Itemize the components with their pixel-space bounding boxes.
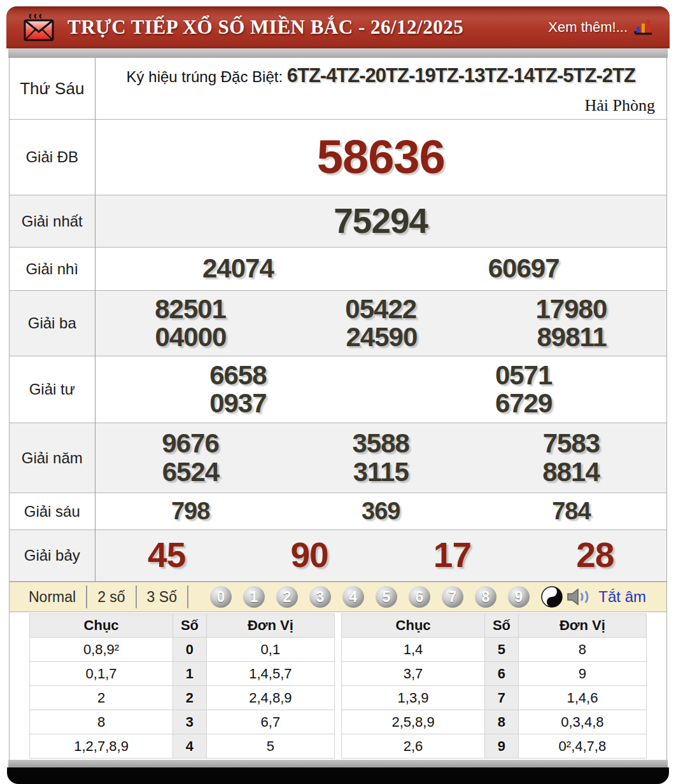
mode-button-3-số[interactable]: 3 Số <box>137 589 187 606</box>
table-row: 0,8,9²00,1 <box>30 638 335 662</box>
tens-cell: 1,4 <box>342 638 485 662</box>
digit-cell: 4 <box>173 734 207 759</box>
digit-ball-4[interactable]: 4 <box>342 586 364 608</box>
page-title: TRỰC TIẾP XỔ SỐ MIỀN BẮC - 26/12/2025 <box>67 16 463 39</box>
prize-label: Giải bảy <box>10 530 95 582</box>
digit-cell: 5 <box>485 638 519 662</box>
table-row: 836,7 <box>30 710 335 734</box>
digit-cell: 1 <box>173 662 207 686</box>
table-row: 1,3,971,4,6 <box>342 686 647 710</box>
prize-label: Giải tư <box>10 356 95 423</box>
prize-number: 6524 <box>162 458 219 486</box>
special-symbol-line: Ký hiệu trúng Đặc Biệt: 6TZ-4TZ-20TZ-19T… <box>95 58 667 87</box>
digit-ball-3[interactable]: 3 <box>309 586 331 608</box>
prize-number: 90 <box>290 537 328 574</box>
content-area: Thứ Sáu Ký hiệu trúng Đặc Biệt: 6TZ-4TZ-… <box>9 58 667 760</box>
prize-label: Giải sáu <box>10 493 95 530</box>
prize-number: 89811 <box>537 323 606 351</box>
prize-number: 24074 <box>202 255 274 283</box>
column-header: Số <box>173 614 207 638</box>
digit-cell: 7 <box>485 686 519 710</box>
units-cell: 1,4,6 <box>518 686 646 710</box>
table-row: 3,769 <box>342 662 647 686</box>
header-bar: TRỰC TIẾP XỔ SỐ MIỀN BẮC - 26/12/2025 Xe… <box>6 6 670 48</box>
prize-number: 60697 <box>488 255 560 283</box>
column-header: Chục <box>30 614 173 638</box>
see-more-link[interactable]: Xem thêm!... <box>548 18 653 37</box>
digit-cell: 9 <box>485 734 519 759</box>
table-row: 2,5,8,980,3,4,8 <box>342 710 647 734</box>
digit-ball-8[interactable]: 8 <box>475 586 496 608</box>
prize-label: Giải ĐB <box>10 120 95 195</box>
tens-cell: 8 <box>30 710 173 734</box>
draw-info-row: Thứ Sáu Ký hiệu trúng Đặc Biệt: 6TZ-4TZ-… <box>10 58 666 120</box>
prize-label: Giải năm <box>10 423 95 493</box>
symbol-codes: 6TZ-4TZ-20TZ-19TZ-13TZ-14TZ-5TZ-2TZ <box>287 64 635 87</box>
head-tail-table-1: ChụcSốĐơn Vị0,8,9²00,10,1,711,4,5,7222,4… <box>29 613 335 759</box>
prize-number: 24590 <box>346 323 418 351</box>
mode-button-2-số[interactable]: 2 số <box>87 589 135 606</box>
table-row: 2,690²,4,7,8 <box>342 734 647 759</box>
prize-row-fifth: Giải năm967635887583652431158814 <box>10 423 666 493</box>
divider <box>187 585 188 608</box>
prize-number: 17 <box>433 537 471 574</box>
digit-ball-0[interactable]: 0 <box>210 586 232 608</box>
prize-number: 0937 <box>209 389 266 417</box>
units-cell: 9 <box>518 662 646 686</box>
units-cell: 1,4,5,7 <box>206 662 334 686</box>
units-cell: 8 <box>518 638 646 662</box>
prize-number: 7583 <box>543 430 600 458</box>
column-header: Chục <box>342 614 485 638</box>
table-row: 0,1,711,4,5,7 <box>30 662 335 686</box>
see-more-label: Xem thêm!... <box>548 19 628 36</box>
prize-label: Giải nhất <box>10 195 95 248</box>
digit-ball-7[interactable]: 7 <box>442 586 463 608</box>
digit-ball-1[interactable]: 1 <box>243 586 265 608</box>
digit-ball-2[interactable]: 2 <box>276 586 298 608</box>
digit-ball-6[interactable]: 6 <box>409 586 430 608</box>
column-header: Đơn Vị <box>206 614 334 638</box>
units-cell: 0,3,4,8 <box>518 710 646 734</box>
prize-number: 82501 <box>155 295 226 323</box>
mode-button-normal[interactable]: Normal <box>18 589 86 606</box>
tens-cell: 2 <box>30 686 173 710</box>
mute-toggle[interactable]: Tắt âm <box>567 587 658 606</box>
prize-number: 369 <box>362 499 400 524</box>
digit-cell: 3 <box>173 710 207 734</box>
prize-label: Giải nhì <box>10 248 95 291</box>
top-gray-strip <box>8 48 668 58</box>
prize-number: 17980 <box>535 295 607 323</box>
prize-number: 3115 <box>353 458 409 486</box>
bar-chart-icon <box>634 18 653 37</box>
prize-number: 04000 <box>155 323 227 351</box>
units-cell: 0²,4,7,8 <box>518 734 646 759</box>
prize-number: 3588 <box>353 430 409 458</box>
prize-number: 9676 <box>162 430 218 458</box>
units-cell: 6,7 <box>206 710 334 734</box>
table-row: 222,4,8,9 <box>30 686 335 710</box>
weekday-label: Thứ Sáu <box>10 58 95 120</box>
prize-number: 75294 <box>334 203 428 240</box>
symbol-prefix: Ký hiệu trúng Đặc Biệt: <box>127 68 283 85</box>
prize-number: 0571 <box>495 361 552 389</box>
units-cell: 2,4,8,9 <box>206 686 334 710</box>
table-row: 1,2,7,8,945 <box>30 734 335 759</box>
prize-row-second: Giải nhì2407460697 <box>10 248 666 291</box>
prize-number: 8814 <box>542 458 599 486</box>
digit-cell: 2 <box>173 686 207 710</box>
hot-envelope-icon <box>23 13 56 42</box>
prize-number: 6729 <box>495 389 552 417</box>
digit-ball-5[interactable]: 5 <box>376 586 397 608</box>
province-label: Hải Phòng <box>95 87 667 119</box>
tens-cell: 1,2,7,8,9 <box>30 734 173 759</box>
prize-row-seventh: Giải bảy45901728 <box>10 530 666 582</box>
digit-ball-9[interactable]: 9 <box>508 586 530 608</box>
yin-yang-icon[interactable] <box>541 586 563 608</box>
prize-number: 6658 <box>209 361 266 389</box>
bottom-black-bar <box>7 767 669 784</box>
speaker-icon <box>567 587 592 606</box>
lottery-widget: TRỰC TIẾP XỔ SỐ MIỀN BẮC - 26/12/2025 Xe… <box>6 6 670 784</box>
tens-cell: 1,3,9 <box>342 686 485 710</box>
table-row: 1,458 <box>342 638 647 662</box>
prize-number: 784 <box>552 499 590 524</box>
